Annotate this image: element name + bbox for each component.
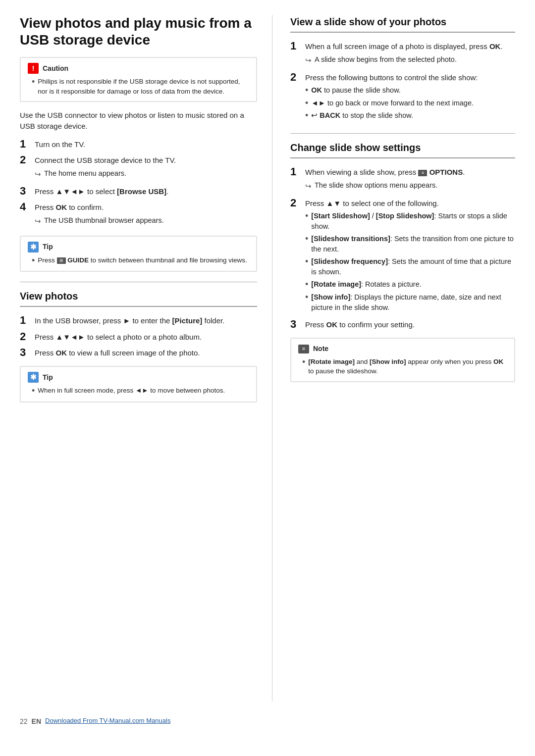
tip1-item: • Press ⊞ GUIDE to switch between thumbn… <box>32 255 249 266</box>
vp-step-num-3: 3 <box>20 346 35 359</box>
sub-bullet-item: ↪ The USB thumbnail browser appears. <box>35 215 257 227</box>
step-content-3: Press ▲▼◄► to select [Browse USB]. <box>35 185 257 197</box>
step-content-2: Connect the USB storage device to the TV… <box>35 153 257 182</box>
section-divider <box>20 282 257 282</box>
ss-step-num-2: 2 <box>290 197 305 209</box>
sv-step-num-2: 2 <box>290 71 305 84</box>
caution-label: Caution <box>43 63 68 73</box>
page-footer: 22 EN Downloaded From TV-Manual.com Manu… <box>20 716 515 726</box>
page: View photos and play music from a USB st… <box>0 0 535 756</box>
sv-step-1: 1 When a full screen image of a photo is… <box>290 40 515 68</box>
ss-sub-transitions: • [Slideshow transitions]: Sets the tran… <box>305 234 515 254</box>
slideshow-view-steps: 1 When a full screen image of a photo is… <box>290 40 515 123</box>
arrow-icon: ↪ <box>35 169 41 180</box>
bullet: • <box>32 77 35 88</box>
ss-step-2: 2 Press ▲▼ to select one of the followin… <box>290 197 515 315</box>
main-steps-list: 1 Turn on the TV. 2 Connect the USB stor… <box>20 138 257 229</box>
main-title: View photos and play music from a USB st… <box>20 15 257 48</box>
tip-label-2: Tip <box>43 372 53 382</box>
caution-icon: ! <box>28 63 39 74</box>
tip-icon-2: ✱ <box>28 372 39 383</box>
ss-sub-rotate: • [Rotate image]: Rotates a picture. <box>305 279 515 290</box>
arrow-icon: ↪ <box>305 55 312 66</box>
step-num-2: 2 <box>20 153 35 166</box>
ss-sub-showinfo: • [Show info]: Displays the picture name… <box>305 292 515 313</box>
bullet: • <box>32 255 35 266</box>
guide-icon: ⊞ <box>57 257 66 264</box>
vp-step-1: 1 In the USB browser, press ► to enter t… <box>20 314 257 327</box>
bullet: • <box>305 279 308 290</box>
caution-header: ! Caution <box>28 63 249 74</box>
ss-step-content-2: Press ▲▼ to select one of the following.… <box>305 197 515 315</box>
step-num-3: 3 <box>20 185 35 198</box>
arrow-icon: ↪ <box>35 216 41 227</box>
note-icon: ≡ <box>298 345 309 353</box>
bullet: • <box>305 98 308 109</box>
main-step-4: 4 Press OK to confirm. ↪ The USB thumbna… <box>20 201 257 229</box>
slideshow-view-title: View a slide show of your photos <box>290 15 515 33</box>
vp-step-3: 3 Press OK to view a full screen image o… <box>20 346 257 359</box>
sv-step-content-1: When a full screen image of a photo is d… <box>305 40 515 68</box>
options-icon: ≡ <box>418 170 427 176</box>
sv-step-content-2: Press the following buttons to control t… <box>305 71 515 124</box>
tip2-item: • When in full screen mode, press ◄► to … <box>32 386 249 397</box>
section-divider-2 <box>290 133 515 134</box>
note-item: • [Rotate image] and [Show info] appear … <box>302 357 507 376</box>
sub-bullet-item: ↪ A slide show begins from the selected … <box>305 54 515 66</box>
ss-step-num-1: 1 <box>290 165 305 178</box>
tip-header-2: ✱ Tip <box>28 372 249 383</box>
note-label: Note <box>313 344 328 353</box>
step4-text: Press OK to confirm. <box>35 203 104 211</box>
sv-step-2: 2 Press the following buttons to control… <box>290 71 515 124</box>
two-column-layout: View photos and play music from a USB st… <box>20 15 515 702</box>
ss-sub-start: • [Start Slideshow] / [Stop Slideshow]: … <box>305 211 515 232</box>
bullet: • <box>305 256 308 267</box>
vp-step-content-1: In the USB browser, press ► to enter the… <box>35 314 257 326</box>
intro-text: Use the USB connector to view photos or … <box>20 110 257 132</box>
main-step-1: 1 Turn on the TV. <box>20 138 257 151</box>
sub-bullet-ok: • OK to pause the slide show. <box>305 85 515 96</box>
view-photos-title: View photos <box>20 289 257 307</box>
vp-step-num-2: 2 <box>20 330 35 343</box>
left-column: View photos and play music from a USB st… <box>20 15 272 702</box>
step-content-4: Press OK to confirm. ↪ The USB thumbnail… <box>35 201 257 229</box>
step-content-1: Turn on the TV. <box>35 138 257 150</box>
bullet: • <box>305 292 308 303</box>
bullet: • <box>32 386 35 397</box>
vp-step-2: 2 Press ▲▼◄► to select a photo or a phot… <box>20 330 257 343</box>
note-box: ≡ Note • [Rotate image] and [Show info] … <box>290 338 515 382</box>
main-step-2: 2 Connect the USB storage device to the … <box>20 153 257 182</box>
sv-step-num-1: 1 <box>290 40 305 52</box>
caution-text: • Philips is not responsible if the USB … <box>32 77 249 96</box>
slideshow-settings-title: Change slide show settings <box>290 141 515 158</box>
right-column: View a slide show of your photos 1 When … <box>272 15 515 702</box>
caution-box: ! Caution • Philips is not responsible i… <box>20 57 257 102</box>
note-header: ≡ Note <box>298 344 507 353</box>
sub-bullet-nav: • ◄► to go back or move forward to the n… <box>305 98 515 109</box>
footer-link[interactable]: Downloaded From TV-Manual.com Manuals <box>45 716 170 726</box>
sub-bullet-item: ↪ The home menu appears. <box>35 168 257 180</box>
ss-step-num-3: 3 <box>290 318 305 331</box>
ss-step-content-3: Press OK to confirm your setting. <box>305 318 515 330</box>
sub-bullet-back: • ↩ BACK to stop the slide show. <box>305 110 515 121</box>
vp-step-content-3: Press OK to view a full screen image of … <box>35 346 257 358</box>
footer-lang: EN <box>32 716 41 726</box>
sub-bullet-item: ↪ The slide show options menu appears. <box>305 180 515 192</box>
ss-sub-frequency: • [Slideshow frequency]: Sets the amount… <box>305 256 515 277</box>
tip-icon-1: ✱ <box>28 242 39 252</box>
ss-step-3: 3 Press OK to confirm your setting. <box>290 318 515 331</box>
step-num-1: 1 <box>20 138 35 151</box>
bullet: • <box>305 234 308 245</box>
step-num-4: 4 <box>20 201 35 213</box>
view-photos-steps: 1 In the USB browser, press ► to enter t… <box>20 314 257 359</box>
bullet: • <box>305 85 308 96</box>
vp-step-num-1: 1 <box>20 314 35 327</box>
arrow-icon: ↪ <box>305 181 312 192</box>
tip-label-1: Tip <box>43 242 53 252</box>
ss-step-1: 1 When viewing a slide show, press ≡ OPT… <box>290 165 515 194</box>
main-step-3: 3 Press ▲▼◄► to select [Browse USB]. <box>20 185 257 198</box>
step3-text: Press ▲▼◄► to select [Browse USB]. <box>35 187 168 196</box>
vp-step-content-2: Press ▲▼◄► to select a photo or a photo … <box>35 330 257 343</box>
bullet: • <box>302 357 305 368</box>
tip-box-2: ✱ Tip • When in full screen mode, press … <box>20 366 257 403</box>
